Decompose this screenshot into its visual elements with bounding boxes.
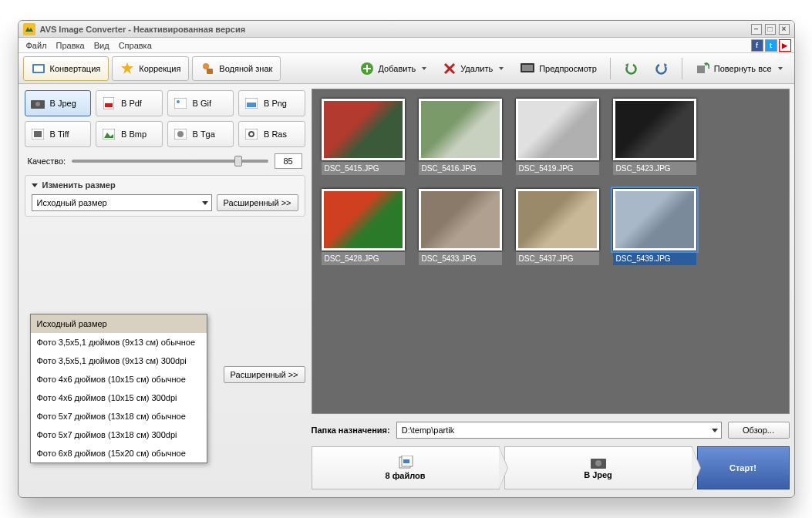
step-format: В Jpeg <box>504 446 692 489</box>
chevron-down-icon <box>422 67 426 70</box>
rotate-icon <box>696 62 709 75</box>
app-window: AVS Image Converter - Неактивированная в… <box>18 20 795 498</box>
camera-icon <box>591 456 606 469</box>
resize-dropdown[interactable]: Исходный размерФото 3,5x5,1 дюймов (9x13… <box>30 314 207 463</box>
resize-option[interactable]: Исходный размер <box>31 314 207 333</box>
app-logo-icon <box>23 23 35 35</box>
bmp-icon <box>101 127 116 141</box>
ras-icon <box>244 127 259 141</box>
svg-rect-0 <box>23 23 35 35</box>
menu-edit[interactable]: Правка <box>52 41 89 50</box>
format-png[interactable]: В Png <box>238 90 305 116</box>
png-icon <box>244 96 259 110</box>
chevron-down-icon[interactable] <box>32 183 38 187</box>
browse-button[interactable]: Обзор... <box>728 422 790 439</box>
step-files: 8 файлов <box>312 446 500 489</box>
resize-option[interactable]: Фото 5x7 дюймов (13x18 см) обычное <box>31 407 207 426</box>
minimize-button[interactable]: – <box>751 24 762 35</box>
thumbnail-image <box>613 189 696 251</box>
thumbnail-item[interactable]: DSC_5423.JPG <box>613 99 696 175</box>
format-tiff[interactable]: В Tiff <box>25 121 92 147</box>
resize-option[interactable]: Фото 5x7 дюймов (13x18 см) 300dpi <box>31 426 207 444</box>
main-toolbar: Конвертация Коррекция Водяной знак Добав… <box>19 53 794 84</box>
menu-help[interactable]: Справка <box>114 41 157 50</box>
thumbnail-item[interactable]: DSC_5419.JPG <box>516 99 599 175</box>
youtube-icon[interactable]: ▶ <box>779 39 791 52</box>
format-tga[interactable]: В Tga <box>167 121 234 147</box>
quality-value[interactable] <box>275 153 302 169</box>
files-icon <box>397 456 414 469</box>
add-button[interactable]: Добавить <box>353 57 434 80</box>
dest-path-combo[interactable]: D:\temp\partik <box>396 422 722 439</box>
svg-point-3 <box>203 63 209 69</box>
format-bmp[interactable]: В Bmp <box>96 121 163 147</box>
resize-option[interactable]: Фото 4x6 дюймов (10x15 см) обычное <box>31 370 207 388</box>
delete-button[interactable]: Удалить <box>436 57 510 80</box>
rename-advanced-button[interactable]: Расширенный >> <box>224 366 305 383</box>
resize-option[interactable]: Фото 3,5x5,1 дюймов (9x13 см) 300dpi <box>31 352 207 370</box>
twitter-icon[interactable]: t <box>765 39 777 52</box>
thumbnail-item[interactable]: DSC_5428.JPG <box>322 189 405 265</box>
dest-label: Папка назначения: <box>312 426 390 435</box>
left-panel: В Jpeg В Pdf В Gif В Png В Tiff В Bmp В … <box>19 84 312 497</box>
slider-thumb[interactable] <box>234 156 242 166</box>
start-button[interactable]: Старт! <box>697 446 790 489</box>
redo-icon <box>655 62 669 75</box>
thumbnail-item[interactable]: DSC_5439.JPG <box>613 189 696 265</box>
svg-rect-18 <box>34 131 42 137</box>
gif-icon <box>173 96 188 110</box>
tab-watermark[interactable]: Водяной знак <box>192 56 281 81</box>
svg-rect-7 <box>522 65 533 71</box>
redo-button[interactable] <box>648 57 676 80</box>
tga-icon <box>173 127 188 141</box>
menu-view[interactable]: Вид <box>89 41 114 50</box>
format-jpeg[interactable]: В Jpeg <box>25 90 92 116</box>
resize-combo[interactable]: Исходный размер <box>32 194 212 211</box>
resize-advanced-button[interactable]: Расширенный >> <box>217 194 298 211</box>
close-button[interactable]: × <box>779 24 790 35</box>
chevron-down-icon <box>778 67 783 70</box>
undo-icon <box>624 62 638 75</box>
resize-option[interactable]: Фото 6x8 дюймов (15x20 см) обычное <box>31 444 207 462</box>
thumbnail-item[interactable]: DSC_5416.JPG <box>419 99 502 175</box>
facebook-icon[interactable]: f <box>751 39 763 52</box>
format-ras[interactable]: В Ras <box>238 121 305 147</box>
quality-row: Качество: <box>25 153 305 169</box>
rotate-all-button[interactable]: Повернуть все <box>689 57 790 80</box>
thumbnail-item[interactable]: DSC_5433.JPG <box>419 189 502 265</box>
thumbnail-label: DSC_5428.JPG <box>322 252 405 265</box>
menu-file[interactable]: Файл <box>22 41 52 50</box>
svg-rect-4 <box>207 69 213 74</box>
thumbnail-label: DSC_5419.JPG <box>516 162 599 175</box>
titlebar: AVS Image Converter - Неактивированная в… <box>19 21 794 38</box>
format-pdf[interactable]: В Pdf <box>96 90 163 116</box>
resize-option[interactable]: Фото 4x6 дюймов (10x15 см) 300dpi <box>31 388 207 407</box>
quality-label: Качество: <box>28 156 66 166</box>
undo-button[interactable] <box>617 57 645 80</box>
maximize-button[interactable]: □ <box>765 24 776 35</box>
svg-point-14 <box>177 100 180 103</box>
thumbnail-image <box>516 99 599 160</box>
thumbnail-item[interactable]: DSC_5437.JPG <box>516 189 599 265</box>
format-gif[interactable]: В Gif <box>167 90 234 116</box>
tab-convert[interactable]: Конвертация <box>23 56 110 81</box>
thumbnail-image <box>322 189 405 251</box>
resize-option[interactable]: Фото 3,5x5,1 дюймов (9x13 см) обычное <box>31 333 207 352</box>
tiff-icon <box>30 127 45 141</box>
tab-correct[interactable]: Коррекция <box>112 56 189 81</box>
right-panel: DSC_5415.JPGDSC_5416.JPGDSC_5419.JPGDSC_… <box>312 84 794 497</box>
thumbnail-item[interactable]: DSC_5415.JPG <box>322 99 405 175</box>
thumbnail-label: DSC_5439.JPG <box>613 252 696 265</box>
quality-slider[interactable] <box>72 160 268 163</box>
thumbnail-label: DSC_5437.JPG <box>516 252 599 265</box>
resize-title: Изменить размер <box>42 180 116 190</box>
menubar: Файл Правка Вид Справка f t ▶ <box>19 38 794 53</box>
thumbnail-area[interactable]: DSC_5415.JPGDSC_5416.JPGDSC_5419.JPGDSC_… <box>312 89 790 414</box>
thumbnail-image <box>613 99 696 160</box>
x-icon <box>443 62 456 75</box>
preview-button[interactable]: Предпросмотр <box>514 57 604 80</box>
svg-point-10 <box>35 102 40 106</box>
svg-point-21 <box>177 131 184 137</box>
thumbnail-label: DSC_5433.JPG <box>419 252 502 265</box>
convert-icon <box>32 62 45 76</box>
